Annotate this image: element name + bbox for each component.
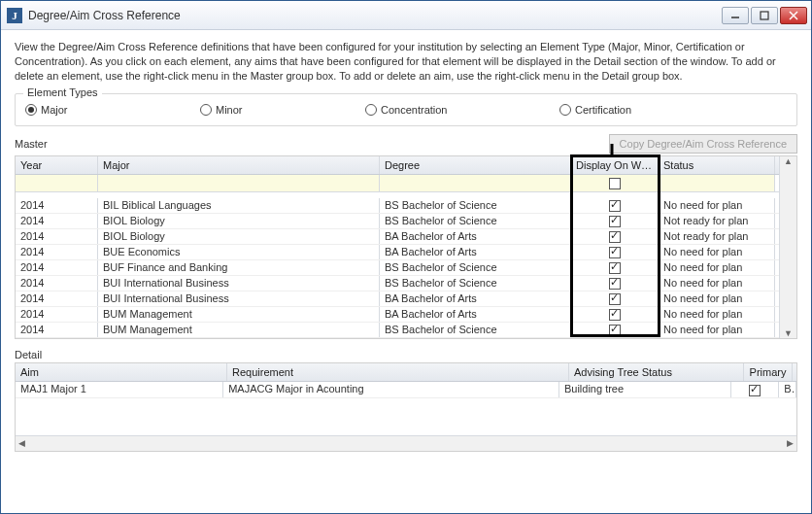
filter-year[interactable]: [16, 175, 98, 191]
minimize-button[interactable]: [722, 7, 749, 24]
checkbox-icon: [609, 309, 621, 321]
checkbox-icon: [749, 385, 761, 396]
table-row[interactable]: 2014BUI International BusinessBS Bachelo…: [16, 276, 796, 291]
checkbox-icon: [609, 293, 621, 305]
cell-status: No need for plan: [659, 307, 775, 322]
intro-text: View the Degree/Aim Cross Reference defi…: [15, 40, 797, 84]
radio-label: Major: [41, 104, 68, 116]
cell-status: No need for plan: [659, 291, 775, 306]
radio-icon: [25, 104, 37, 116]
radio-icon: [559, 104, 571, 116]
horizontal-scrollbar[interactable]: ◀ ▶: [16, 435, 796, 451]
cell-extra: BU: [779, 382, 796, 396]
table-row[interactable]: 2014BIOL BiologyBS Bachelor of ScienceNo…: [16, 214, 796, 229]
radio-label: Concentration: [381, 104, 448, 116]
col-primary[interactable]: Primary: [744, 363, 793, 381]
col-aim[interactable]: Aim: [16, 363, 227, 381]
col-requirement[interactable]: Requirement: [227, 363, 569, 381]
cell-major: BIOL Biology: [98, 229, 380, 244]
table-row[interactable]: 2014BIOL BiologyBA Bachelor of ArtsNot r…: [16, 229, 796, 245]
table-row[interactable]: 2014BUE EconomicsBA Bachelor of ArtsNo n…: [16, 245, 796, 260]
col-advising[interactable]: Advising Tree Status: [569, 363, 744, 381]
filter-status[interactable]: [659, 175, 775, 191]
col-display-on-web[interactable]: Display On Web: [571, 156, 659, 174]
cell-degree: BS Bachelor of Science: [380, 323, 571, 337]
cell-requirement: MAJACG Major in Acounting: [223, 382, 559, 396]
app-icon: J: [7, 8, 22, 23]
checkbox-icon: [609, 278, 621, 290]
checkbox-icon: [609, 200, 621, 212]
scroll-left-icon[interactable]: ◀: [18, 438, 25, 448]
cell-year: 2014: [16, 214, 98, 228]
cell-aim: MAJ1 Major 1: [16, 382, 223, 396]
checkbox-icon: [609, 325, 621, 336]
cell-year: 2014: [16, 276, 98, 291]
cell-degree: BS Bachelor of Science: [380, 276, 571, 291]
col-status[interactable]: Status: [659, 156, 775, 174]
cell-major: BUM Management: [98, 323, 380, 337]
cell-major: BUE Economics: [98, 245, 380, 259]
scroll-up-icon[interactable]: ▲: [784, 156, 793, 166]
cell-primary[interactable]: [731, 382, 779, 396]
filter-display[interactable]: [571, 175, 659, 191]
cell-display[interactable]: [571, 291, 659, 306]
filter-major[interactable]: [98, 175, 380, 191]
vertical-scrollbar[interactable]: ▲ ▼: [779, 156, 796, 339]
cell-year: 2014: [16, 260, 98, 275]
radio-certification[interactable]: Certification: [559, 104, 631, 116]
table-row[interactable]: 2014BUI International BusinessBA Bachelo…: [16, 291, 796, 307]
element-types-legend: Element Types: [23, 86, 102, 98]
radio-minor[interactable]: Minor: [200, 104, 365, 116]
cell-year: 2014: [16, 307, 98, 322]
scroll-right-icon[interactable]: ▶: [787, 438, 794, 448]
checkbox-icon[interactable]: [609, 178, 621, 189]
master-label: Master: [15, 138, 48, 150]
detail-grid-header: Aim Requirement Advising Tree Status Pri…: [16, 363, 796, 382]
cell-degree: BS Bachelor of Science: [380, 260, 571, 275]
table-row[interactable]: 2014BIL Biblical LanguagesBS Bachelor of…: [16, 198, 796, 214]
cell-display[interactable]: [571, 260, 659, 275]
filter-degree[interactable]: [380, 175, 571, 191]
cell-degree: BA Bachelor of Arts: [380, 229, 571, 244]
col-major[interactable]: Major: [98, 156, 380, 174]
cell-display[interactable]: [571, 323, 659, 337]
cell-status: No need for plan: [659, 323, 775, 337]
radio-major[interactable]: Major: [25, 104, 200, 116]
cell-display[interactable]: [571, 307, 659, 322]
cell-major: BUI International Business: [98, 291, 380, 306]
detail-grid: Aim Requirement Advising Tree Status Pri…: [15, 362, 797, 451]
cell-display[interactable]: [571, 229, 659, 244]
cell-status: No need for plan: [659, 245, 775, 259]
cell-display[interactable]: [571, 245, 659, 259]
cell-degree: BA Bachelor of Arts: [380, 291, 571, 306]
master-grid-header: Year Major Degree Display On Web Status: [16, 156, 796, 175]
window-title: Degree/Aim Cross Reference: [28, 9, 722, 22]
cell-degree: BA Bachelor of Arts: [380, 307, 571, 322]
table-row[interactable]: 2014BUM ManagementBS Bachelor of Science…: [16, 323, 796, 338]
cell-display[interactable]: [571, 198, 659, 213]
detail-row[interactable]: MAJ1 Major 1 MAJACG Major in Acounting B…: [16, 382, 796, 397]
table-row[interactable]: 2014BUF Finance and BankingBS Bachelor o…: [16, 260, 796, 276]
master-grid-filter: [16, 175, 796, 192]
cell-display[interactable]: [571, 276, 659, 291]
cell-year: 2014: [16, 229, 98, 244]
cell-status: Not ready for plan: [659, 214, 775, 228]
table-row[interactable]: 2014BUM ManagementBA Bachelor of ArtsNo …: [16, 307, 796, 323]
cell-major: BUM Management: [98, 307, 380, 322]
maximize-button[interactable]: [751, 7, 778, 24]
radio-label: Minor: [216, 104, 243, 116]
cell-major: BUI International Business: [98, 276, 380, 291]
master-grid: Year Major Degree Display On Web Status …: [15, 155, 797, 340]
element-types-group: Element Types Major Minor Concentration …: [15, 93, 797, 126]
copy-degree-aim-button[interactable]: Copy Degree/Aim Cross Reference: [609, 134, 797, 154]
cell-degree: BA Bachelor of Arts: [380, 245, 571, 259]
col-year[interactable]: Year: [16, 156, 98, 174]
radio-concentration[interactable]: Concentration: [365, 104, 559, 116]
col-degree[interactable]: Degree: [380, 156, 571, 174]
cell-display[interactable]: [571, 214, 659, 228]
scroll-down-icon[interactable]: ▼: [784, 328, 793, 338]
checkbox-icon: [609, 231, 621, 243]
close-button[interactable]: [780, 7, 807, 24]
checkbox-icon: [609, 262, 621, 274]
radio-label: Certification: [575, 104, 631, 116]
